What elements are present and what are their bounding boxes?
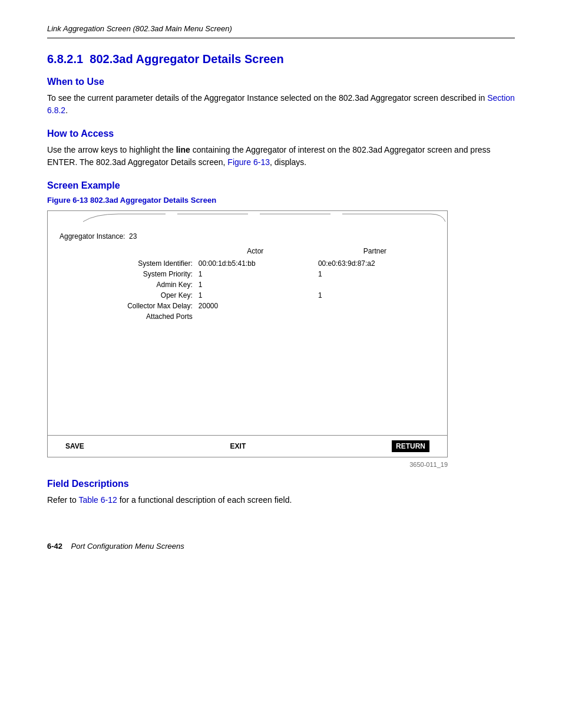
page-footer-text: 6-42 Port Configuration Menu Screens [47, 542, 184, 551]
return-button[interactable]: RETURN [392, 440, 429, 452]
partner-header: Partner [316, 246, 434, 258]
page-header: Link Aggregation Screen (802.3ad Main Me… [47, 24, 515, 38]
admin-key-row: Admin Key: 1 [61, 280, 434, 289]
aggregator-instance-row: Aggregator Instance: 23 [59, 232, 435, 241]
when-to-use-heading: When to Use [47, 77, 515, 87]
save-button[interactable]: SAVE [65, 442, 84, 450]
field-descriptions-text: Refer to Table 6-12 for a functional des… [47, 494, 515, 506]
screen-footer: SAVE EXIT RETURN [48, 435, 447, 457]
screen-example-heading: Screen Example [47, 180, 515, 191]
oper-key-row: Oper Key: 1 1 [61, 291, 434, 300]
collector-max-delay-row: Collector Max Delay: 20000 [61, 301, 434, 311]
figure-title: Figure 6-13 802.3ad Aggregator Details S… [47, 196, 515, 205]
how-to-access-heading: How to Access [47, 129, 515, 139]
system-priority-row: System Priority: 1 1 [61, 269, 434, 279]
screen-content: Aggregator Instance: 23 Actor Partner Sy… [48, 223, 447, 411]
when-to-use-text: To see the current parameter details of … [47, 92, 515, 117]
figure-613-link[interactable]: Figure 6-13 [227, 157, 270, 167]
screen-top-decoration [48, 211, 448, 223]
actor-header: Actor [196, 246, 315, 258]
page-container: Link Aggregation Screen (802.3ad Main Me… [0, 0, 562, 586]
table-612-link[interactable]: Table 6-12 [78, 495, 117, 505]
attached-ports-row: Attached Ports [61, 312, 434, 321]
actor-partner-header: Actor Partner [61, 246, 434, 258]
figure-number: 3650-011_19 [47, 461, 448, 468]
screen-table: Actor Partner System Identifier: 00:00:1… [59, 245, 435, 322]
screen-spacer [59, 322, 435, 370]
screen-example-box: Aggregator Instance: 23 Actor Partner Sy… [47, 210, 448, 457]
how-to-access-text: Use the arrow keys to highlight the line… [47, 144, 515, 169]
exit-button[interactable]: EXIT [230, 442, 246, 450]
breadcrumb: Link Aggregation Screen (802.3ad Main Me… [47, 24, 232, 33]
system-identifier-row: System Identifier: 00:00:1d:b5:41:bb 00:… [61, 259, 434, 268]
section-title: 6.8.2.1 802.3ad Aggregator Details Scree… [47, 52, 515, 66]
field-descriptions-heading: Field Descriptions [47, 479, 515, 489]
page-footer: 6-42 Port Configuration Menu Screens [47, 542, 515, 551]
